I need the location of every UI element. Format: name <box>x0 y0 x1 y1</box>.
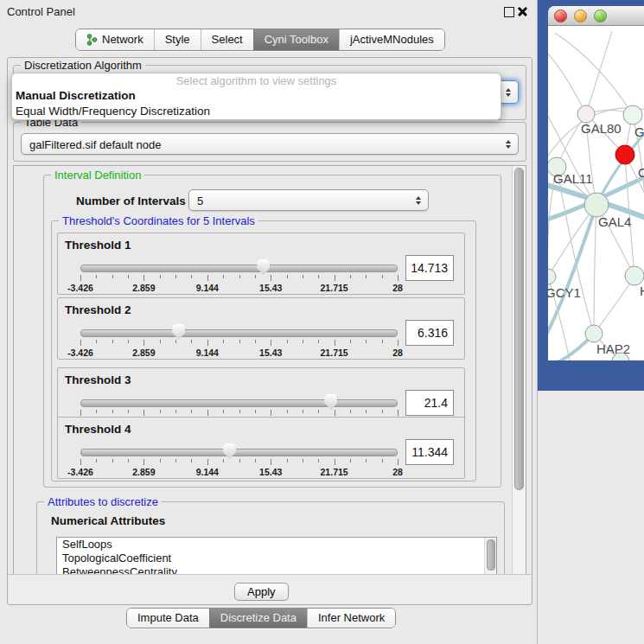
combobox-arrows-icon <box>506 140 511 149</box>
cyni-mode-tabs: Impute Data Discretize Data Infer Networ… <box>126 608 396 628</box>
settings-scroll-panel: Interval Definition Number of Intervals … <box>13 165 526 576</box>
list-item[interactable]: SelfLoops <box>57 538 496 552</box>
dropdown-option-equal-width[interactable]: Equal Width/Frequency Discretization <box>12 104 501 118</box>
apply-button[interactable]: Apply <box>234 583 289 601</box>
panel-title: Control Panel <box>7 5 75 18</box>
scrollbar-thumb[interactable] <box>514 168 524 490</box>
numerical-attributes-list[interactable]: SelfLoopsTopologicalCoefficientBetweenne… <box>56 537 497 576</box>
float-window-icon[interactable] <box>504 7 514 17</box>
num-intervals-label: Number of Intervals <box>76 194 186 207</box>
network-node[interactable] <box>548 269 556 284</box>
minimize-window-icon[interactable] <box>574 10 587 22</box>
network-node[interactable] <box>585 325 603 342</box>
threshold-1-slider[interactable]: -3.4262.8599.14415.4321.71528 <box>80 258 398 292</box>
network-node[interactable] <box>623 105 642 124</box>
network-node[interactable] <box>615 145 634 164</box>
zoom-window-icon[interactable] <box>594 10 607 22</box>
network-canvas-svg: GAL80GACGAL11GAL4GCY1HHAP2 <box>548 26 644 360</box>
tab-infer-network[interactable]: Infer Network <box>307 609 395 628</box>
group-legend: Discretization Algorithm <box>21 59 145 72</box>
numerical-attributes-label: Numerical Attributes <box>51 514 165 527</box>
group-legend: Attributes to discretize <box>44 495 162 508</box>
table-data-group: Table Data galFiltered.sif default node <box>13 122 526 162</box>
scrollbar-thumb[interactable] <box>487 539 495 571</box>
slider-tick-labels: -3.4262.8599.14415.4321.71528 <box>80 348 398 358</box>
thresholds-group: Threshold's Coordinates for 5 Intervals … <box>51 220 476 481</box>
tab-discretize-data[interactable]: Discretize Data <box>209 609 307 628</box>
combobox-value: galFiltered.sif default node <box>29 137 161 150</box>
network-window-titlebar[interactable] <box>548 6 644 26</box>
slider-track[interactable] <box>80 265 398 272</box>
cyni-toolbox-pane: Discretization Algorithm Select algorith… <box>7 57 532 605</box>
right-panel: GAL80GACGAL11GAL4GCY1HHAP2 Table Panel ⚙… <box>538 0 644 644</box>
tab-label: Network <box>102 29 143 50</box>
tab-select[interactable]: Select <box>201 29 253 50</box>
network-tree-icon <box>86 34 98 46</box>
apply-strip: Apply <box>8 574 532 604</box>
threshold-label: Threshold 4 <box>65 423 131 436</box>
network-edge[interactable] <box>586 31 612 114</box>
slider-thumb[interactable] <box>324 394 337 410</box>
dropdown-prompt: Select algorithm to view settings <box>12 73 501 88</box>
slider-track[interactable] <box>80 449 398 456</box>
network-node[interactable] <box>577 105 595 123</box>
attributes-group: Attributes to discretize Numerical Attri… <box>36 501 505 576</box>
network-canvas[interactable]: GAL80GACGAL11GAL4GCY1HHAP2 <box>548 26 644 360</box>
network-edge[interactable] <box>548 48 586 114</box>
panel-scrollbar[interactable] <box>512 166 526 575</box>
group-legend: Threshold's Coordinates for 5 Intervals <box>59 214 258 227</box>
num-intervals-combobox[interactable]: 5 <box>188 189 429 211</box>
combobox-arrows-icon <box>506 88 511 97</box>
slider-ticks <box>80 459 398 466</box>
combobox-value: 5 <box>197 194 203 207</box>
close-window-icon[interactable] <box>554 10 567 22</box>
threshold-2-slider[interactable]: -3.4262.8599.14415.4321.71528 <box>80 322 398 357</box>
network-node[interactable] <box>584 193 609 217</box>
list-item[interactable]: TopologicalCoefficient <box>57 552 496 565</box>
threshold-4-box: Threshold 4 -3.4262.8599.14415.4321.7152… <box>57 417 465 479</box>
slider-tick-labels: -3.4262.8599.14415.4321.71528 <box>80 467 398 477</box>
network-node-label: GCY1 <box>548 285 581 300</box>
slider-ticks <box>80 340 398 347</box>
network-edge[interactable] <box>594 276 634 334</box>
tab-cyni-toolbox[interactable]: Cyni Toolbox <box>253 29 339 50</box>
tab-style[interactable]: Style <box>154 29 201 50</box>
slider-track[interactable] <box>80 399 398 407</box>
network-node-label: H <box>640 284 644 298</box>
slider-tick-labels: -3.4262.8599.14415.4321.71528 <box>80 283 398 293</box>
network-edge[interactable] <box>594 205 596 334</box>
dropdown-option-manual[interactable]: Manual Discretization <box>12 88 501 104</box>
network-node-label: GAL4 <box>598 214 631 229</box>
slider-thumb[interactable] <box>257 259 270 275</box>
slider-thumb[interactable] <box>172 324 185 340</box>
interval-definition-group: Interval Definition Number of Intervals … <box>43 175 501 488</box>
tab-network[interactable]: Network <box>76 29 154 50</box>
group-legend: Interval Definition <box>51 169 144 182</box>
slider-ticks <box>80 275 398 282</box>
algorithm-dropdown-popup: Select algorithm to view settings Manual… <box>11 73 501 120</box>
slider-ticks <box>80 410 398 417</box>
list-scrollbar[interactable] <box>484 538 496 575</box>
network-view-frame: GAL80GACGAL11GAL4GCY1HHAP2 <box>538 0 644 391</box>
close-icon[interactable] <box>518 6 528 16</box>
threshold-1-box: Threshold 1 -3.4262.8599.14415.4321.7152… <box>57 233 465 295</box>
threshold-value-field[interactable]: 11.344 <box>405 439 454 465</box>
threshold-4-slider[interactable]: -3.4262.8599.14415.4321.71528 <box>80 442 398 476</box>
network-node-label: GAL80 <box>581 121 622 136</box>
network-window: GAL80GACGAL11GAL4GCY1HHAP2 <box>548 6 644 360</box>
table-data-combobox[interactable]: galFiltered.sif default node <box>21 133 519 155</box>
slider-thumb[interactable] <box>223 443 236 459</box>
threshold-value-field[interactable]: 6.316 <box>405 320 454 346</box>
control-panel: Control Panel Network Style Select Cyni … <box>0 0 538 644</box>
threshold-value-field[interactable]: 21.4 <box>405 390 454 416</box>
threshold-label: Threshold 1 <box>65 239 131 252</box>
network-edge[interactable] <box>555 33 633 115</box>
slider-track[interactable] <box>80 329 398 337</box>
tab-impute-data[interactable]: Impute Data <box>127 609 209 628</box>
network-node-label: GA <box>634 124 644 139</box>
threshold-label: Threshold 2 <box>65 303 131 316</box>
network-node[interactable] <box>625 266 644 285</box>
threshold-value-field[interactable]: 14.713 <box>405 255 454 281</box>
threshold-label: Threshold 3 <box>65 373 131 386</box>
tab-jactivemnodules[interactable]: jActiveMNodules <box>339 29 444 50</box>
